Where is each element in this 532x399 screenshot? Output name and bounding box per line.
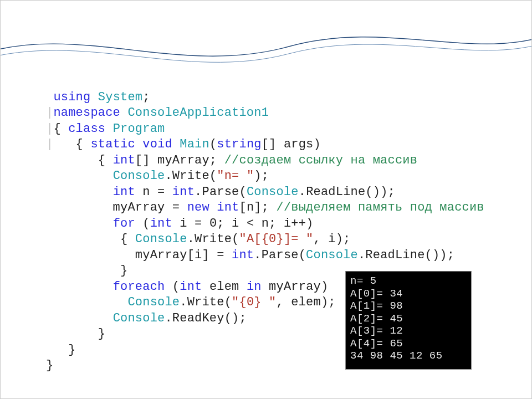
kw-static: static	[90, 137, 135, 151]
string: "{0} "	[232, 295, 276, 309]
kw-int: int	[172, 185, 195, 199]
paren: (	[165, 280, 180, 294]
space	[209, 201, 217, 214]
kw-in: in	[247, 280, 262, 294]
code-line: |namespace ConsoleApplication1	[46, 106, 269, 120]
indent	[46, 280, 113, 294]
type-console: Console	[113, 311, 165, 325]
code-line: int n = int.Parse(Console.ReadLine());	[46, 185, 395, 199]
kw-int: int	[113, 185, 135, 199]
call: .Parse(	[254, 248, 306, 262]
call: .ReadKey();	[165, 311, 246, 325]
console-line: A[0]= 34	[350, 288, 403, 300]
call: .Parse(	[195, 185, 247, 199]
guide: |	[46, 106, 53, 120]
type-console: Console	[135, 232, 187, 246]
brace: }	[46, 359, 53, 372]
call: .ReadLine());	[299, 185, 395, 199]
kw-using: using	[53, 90, 90, 104]
ns-name: ConsoleApplication1	[120, 106, 269, 120]
kw-int: int	[217, 201, 239, 214]
string: "n= "	[217, 169, 254, 183]
semi: , elem);	[277, 295, 336, 309]
call: .Write(	[180, 295, 232, 309]
brace: }	[46, 264, 127, 278]
kw-int: int	[113, 154, 135, 167]
var: elem	[202, 280, 246, 294]
indent: {	[53, 137, 90, 151]
call: .Write(	[165, 169, 217, 183]
code-line: | { static void Main(string[] args)	[46, 137, 321, 151]
type-console: Console	[113, 169, 165, 183]
kw-void: void	[135, 137, 172, 151]
code-line: |{ class Program	[46, 122, 165, 136]
kw-int: int	[232, 248, 254, 262]
call: .Write(	[187, 232, 239, 246]
code-line: }	[46, 327, 105, 341]
code-line: foreach (int elem in myArray)	[46, 280, 328, 294]
type-system: System	[90, 90, 142, 104]
indent	[46, 311, 113, 325]
kw-class: class	[68, 122, 105, 136]
alloc: [n];	[239, 201, 277, 214]
console-line: A[2]= 45	[350, 313, 403, 325]
indent	[46, 295, 127, 309]
indent: myArray[i] =	[46, 248, 232, 262]
kw-new: new	[187, 201, 209, 214]
guide: |	[46, 137, 53, 151]
semi: , i);	[314, 232, 351, 246]
console-line: A[4]= 65	[350, 337, 403, 350]
slide: using System; |namespace ConsoleApplicat…	[0, 0, 532, 399]
console-line: 34 98 45 12 65	[350, 350, 443, 362]
class-name: Program	[105, 122, 165, 136]
code-line: }	[46, 264, 127, 278]
type-console: Console	[306, 248, 358, 262]
args: [] args)	[262, 137, 321, 151]
code-line: for (int i = 0; i < n; i++)	[46, 217, 314, 231]
comment: //выделяем память под массив	[277, 201, 484, 214]
decorative-swoosh	[0, 16, 532, 83]
decl: [] myArray;	[135, 154, 224, 167]
kw-int: int	[180, 280, 202, 294]
semi: );	[254, 169, 269, 183]
type-console: Console	[247, 185, 299, 199]
indent	[46, 185, 113, 199]
indent: myArray =	[46, 201, 187, 214]
code-line: Console.Write("n= ");	[46, 169, 269, 183]
guide: |	[46, 122, 53, 136]
console-line: A[1]= 98	[350, 300, 403, 312]
code-line: { int[] myArray; //создаем ссылку на мас…	[46, 154, 417, 167]
paren: (	[135, 217, 150, 231]
console-line: A[3]= 12	[350, 325, 403, 337]
code-line: myArray = new int[n]; //выделяем память …	[46, 201, 484, 214]
comment: //создаем ссылку на массив	[224, 154, 417, 167]
semi: ;	[142, 90, 150, 104]
paren: (	[209, 137, 217, 151]
kw-string: string	[217, 137, 261, 151]
indent	[46, 217, 113, 231]
string: "A[{0}]= "	[239, 232, 313, 246]
kw-int: int	[150, 217, 172, 231]
kw-foreach: foreach	[113, 280, 165, 294]
assign: n =	[135, 185, 172, 199]
brace: }	[46, 343, 76, 357]
code-line: { Console.Write("A[{0}]= ", i);	[46, 232, 351, 246]
console-output: n= 5 A[0]= 34 A[1]= 98 A[2]= 45 A[3]= 12…	[345, 271, 472, 370]
indent: {	[46, 232, 135, 246]
call: .ReadLine());	[358, 248, 454, 262]
code-line: }	[46, 343, 76, 357]
coll: myArray)	[262, 280, 329, 294]
code-line: }	[46, 359, 53, 372]
code-line: Console.Write("{0} ", elem);	[46, 295, 336, 309]
method-name: Main	[172, 137, 209, 151]
brace: }	[46, 327, 105, 341]
code-line: using System;	[46, 90, 150, 104]
indent: {	[46, 154, 113, 167]
console-line: n= 5	[350, 275, 377, 287]
indent	[46, 169, 113, 183]
brace: {	[53, 122, 68, 136]
code-line: Console.ReadKey();	[46, 311, 247, 325]
code-line: myArray[i] = int.Parse(Console.ReadLine(…	[46, 248, 454, 262]
kw-for: for	[113, 217, 135, 231]
type-console: Console	[127, 295, 180, 309]
